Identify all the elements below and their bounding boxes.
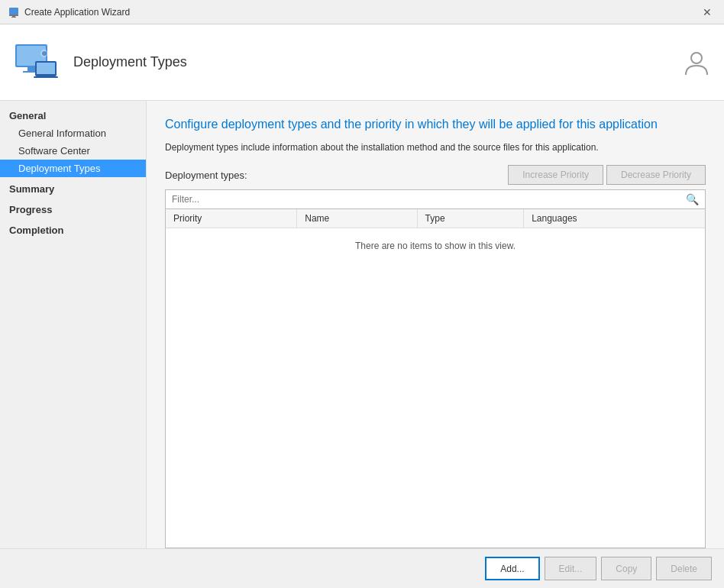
person-icon [681,47,712,78]
empty-message: There are no items to show in this view. [166,228,705,264]
search-icon: 🔍 [680,190,705,208]
close-button[interactable]: ✕ [698,5,716,20]
deployment-types-table: Priority Name Type Languages There are n… [166,209,705,263]
copy-button[interactable]: Copy [601,557,651,580]
main-description: Deployment types include information abo… [165,142,706,153]
decrease-priority-button[interactable]: Decrease Priority [606,165,706,185]
col-languages: Languages [524,209,705,228]
wizard-icon [8,6,20,18]
add-button[interactable]: Add... [485,557,539,580]
col-type: Type [417,209,524,228]
sidebar-section-completion: Completion [0,221,146,239]
title-bar-title: Create Application Wizard [24,7,130,18]
svg-rect-1 [9,15,18,16]
sidebar-section-summary: Summary [0,180,146,198]
bottom-bar: Add... Edit... Copy Delete [0,548,724,588]
col-priority: Priority [166,209,297,228]
empty-message-row: There are no items to show in this view. [166,228,705,264]
main-heading: Configure deployment types and the prior… [165,116,706,133]
wizard-header: Deployment Types [0,24,724,101]
deployment-types-icon [12,38,61,87]
col-name: Name [297,209,417,228]
sidebar-section-general: General [0,107,146,124]
svg-rect-3 [11,17,16,18]
sidebar: General General Information Software Cen… [0,101,147,548]
deployment-types-label: Deployment types: [165,170,247,181]
sidebar-section-progress: Progress [0,201,146,218]
sidebar-item-software-center[interactable]: Software Center [0,142,146,160]
deployment-types-label-row: Deployment types: Increase Priority Decr… [165,165,706,185]
title-bar: Create Application Wizard ✕ [0,0,724,24]
edit-button[interactable]: Edit... [545,557,597,580]
main-content: Configure deployment types and the prior… [147,101,724,548]
priority-buttons: Increase Priority Decrease Priority [508,165,706,185]
svg-rect-2 [12,16,15,17]
svg-point-12 [42,51,47,56]
filter-bar: 🔍 [165,189,706,209]
wizard-body: General General Information Software Cen… [0,101,724,548]
wizard-header-title: Deployment Types [73,54,669,70]
svg-rect-0 [9,8,18,15]
svg-rect-9 [37,63,55,74]
sidebar-item-deployment-types[interactable]: Deployment Types [0,160,146,177]
svg-rect-6 [27,67,35,71]
svg-point-13 [691,53,702,63]
filter-input[interactable] [166,191,680,208]
sidebar-item-general-information[interactable]: General Information [0,124,146,142]
delete-button[interactable]: Delete [656,557,712,580]
deployment-types-table-container[interactable]: Priority Name Type Languages There are n… [165,209,706,548]
increase-priority-button[interactable]: Increase Priority [508,165,603,185]
svg-rect-10 [34,76,58,78]
